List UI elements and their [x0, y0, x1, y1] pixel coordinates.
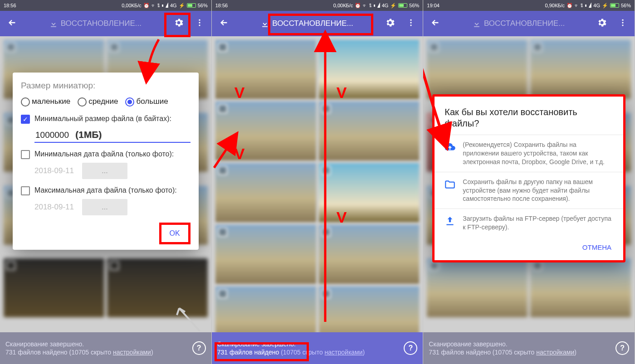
status-icons: ⏰ ᯤ ⇅ ▮ ◢ — [355, 3, 380, 9]
thumbnail[interactable] — [530, 258, 631, 317]
settings-button[interactable] — [381, 14, 399, 34]
restore-option-folder[interactable]: Сохранить файлы в другую папку на вашем … — [435, 172, 623, 209]
max-date-value: 2018-09-11 — [34, 203, 74, 212]
more-button[interactable] — [615, 15, 631, 33]
thumbnail[interactable] — [107, 258, 208, 317]
battery-pct: 56% — [621, 3, 631, 8]
restore-option-ftp[interactable]: Загрузить файлы на FTP-сервер (требует д… — [435, 209, 623, 237]
restore-option-cloud[interactable]: (Рекомендуется) Сохранить файлы на прило… — [435, 135, 623, 172]
clock: 18:56 — [215, 3, 228, 8]
status-bar: 19:04 0,90КБ/с ⏰ ᯤ ⇅ ▮ ◢ 4G ⚡ 56% — [423, 0, 635, 11]
clock: 18:56 — [4, 3, 16, 8]
back-button[interactable] — [4, 14, 21, 33]
files-found: 731 файлов найдено — [217, 349, 279, 356]
settings-button[interactable] — [170, 14, 188, 34]
svg-point-8 — [622, 24, 623, 26]
status-bar: 18:56 0,00КБ/с ⏰ ᯤ ⇅ ▮ ◢ 4G ⚡ 56% — [212, 0, 423, 11]
back-button[interactable] — [427, 14, 444, 33]
thumbnail[interactable] — [215, 40, 316, 99]
battery-pct: 56% — [409, 3, 419, 8]
min-date-picker-button[interactable]: ... — [82, 163, 127, 179]
ok-button[interactable]: OK — [159, 223, 190, 244]
max-date-picker-button[interactable]: ... — [82, 199, 127, 215]
more-button[interactable] — [191, 15, 208, 33]
svg-point-2 — [199, 24, 200, 26]
thumbnail[interactable] — [319, 102, 420, 160]
thumbnail-size-group: маленькие средние большие — [21, 97, 190, 107]
radio-small[interactable]: маленькие — [21, 97, 70, 107]
radio-large[interactable]: большие — [125, 97, 168, 107]
settings-button[interactable] — [593, 14, 611, 34]
thumbnail[interactable] — [215, 102, 316, 160]
min-date-value: 2018-09-11 — [34, 166, 74, 175]
thumbnail-grid — [212, 36, 423, 332]
net-speed: 0,90КБ/с — [545, 3, 565, 8]
status-footer: Сканирование завершено. 731 файлов найде… — [423, 332, 635, 364]
svg-point-3 — [410, 19, 412, 21]
radio-medium[interactable]: средние — [78, 97, 118, 107]
phone-screen-1: 18:56 0,00КБ/с ⏰ ᯤ ⇅ ▮ ◢ 4G ⚡ 56% ВОССТА… — [0, 0, 212, 364]
thumbnail[interactable] — [319, 163, 420, 222]
help-button[interactable]: ? — [404, 341, 417, 355]
status-footer: Сканирование завершено. 731 файлов найде… — [212, 332, 423, 364]
status-footer: Сканирование завершено. 731 файлов найде… — [0, 332, 211, 364]
thumbnail[interactable] — [4, 258, 104, 317]
thumbnail[interactable] — [427, 258, 528, 317]
battery-icon — [398, 3, 407, 8]
cell-label: 4G — [593, 3, 600, 8]
svg-point-0 — [199, 19, 200, 21]
app-bar: ВОССТАНОВЛЕНИЕ... — [212, 11, 423, 36]
min-size-label: Минимальный размер файла (в байтах): — [34, 115, 171, 123]
app-title[interactable]: ВОССТАНОВЛЕНИЕ... — [24, 19, 166, 28]
app-title[interactable]: ВОССТАНОВЛЕНИЕ... — [236, 19, 378, 28]
thumbnail[interactable] — [530, 40, 631, 99]
cancel-button[interactable]: ОТМЕНА — [579, 240, 615, 255]
battery-pct: 56% — [198, 3, 208, 8]
files-found: 731 файлов найдено — [429, 349, 491, 356]
svg-point-1 — [199, 22, 200, 23]
settings-link[interactable]: настройками — [536, 349, 574, 356]
net-speed: 0,00КБ/с — [333, 3, 353, 8]
min-size-checkbox[interactable]: ✓ — [21, 115, 30, 124]
settings-link[interactable]: настройками — [325, 349, 363, 356]
upload-icon — [444, 215, 456, 227]
thumbnail[interactable] — [319, 40, 420, 99]
dialog-title: Как бы вы хотели восстановить файлы? — [435, 107, 623, 135]
settings-dialog: Размер миниатюр: маленькие средние больш… — [13, 73, 199, 250]
back-button[interactable] — [215, 14, 233, 33]
help-button[interactable]: ? — [615, 341, 629, 355]
max-date-label: Максимальная дата файла (только фото): — [34, 186, 177, 194]
settings-link[interactable]: настройками — [113, 349, 151, 356]
thumbnail[interactable] — [215, 225, 316, 284]
max-date-row: Максимальная дата файла (только фото): — [21, 186, 190, 195]
charge-icon: ⚡ — [390, 3, 396, 9]
phone-screen-2: 18:56 0,00КБ/с ⏰ ᯤ ⇅ ▮ ◢ 4G ⚡ 56% ВОССТА… — [212, 0, 424, 364]
clock: 19:04 — [427, 3, 440, 8]
help-button[interactable]: ? — [192, 341, 206, 355]
min-date-checkbox[interactable] — [21, 150, 30, 159]
thumbnail[interactable] — [319, 225, 420, 284]
svg-point-6 — [622, 19, 623, 21]
charge-icon: ⚡ — [602, 3, 608, 9]
thumbnail[interactable] — [215, 163, 316, 222]
thumbnail[interactable] — [427, 40, 528, 99]
svg-point-7 — [622, 22, 623, 23]
min-size-hint: (1МБ) — [75, 129, 102, 140]
more-button[interactable] — [403, 15, 419, 33]
svg-point-4 — [410, 22, 412, 23]
charge-icon: ⚡ — [179, 3, 185, 9]
max-date-checkbox[interactable] — [21, 186, 30, 195]
restore-dialog: Как бы вы хотели восстановить файлы? (Ре… — [432, 94, 625, 262]
min-date-label: Минимальная дата файла (только фото): — [34, 150, 174, 158]
net-speed: 0,00КБ/с — [122, 3, 142, 8]
app-title[interactable]: ВОССТАНОВЛЕНИЕ... — [448, 19, 589, 28]
status-icons: ⏰ ᯤ ⇅ ▮ ◢ — [143, 3, 168, 9]
dialog-title: Размер миниатюр: — [21, 81, 190, 91]
phone-screen-3: 19:04 0,90КБ/с ⏰ ᯤ ⇅ ▮ ◢ 4G ⚡ 56% ВОССТА… — [423, 0, 635, 364]
app-bar: ВОССТАНОВЛЕНИЕ... — [0, 11, 211, 36]
min-size-input[interactable]: 1000000 (1МБ) — [34, 127, 190, 143]
folder-icon — [444, 179, 456, 190]
cell-label: 4G — [382, 3, 389, 8]
svg-point-5 — [410, 24, 412, 26]
battery-icon — [610, 3, 619, 8]
